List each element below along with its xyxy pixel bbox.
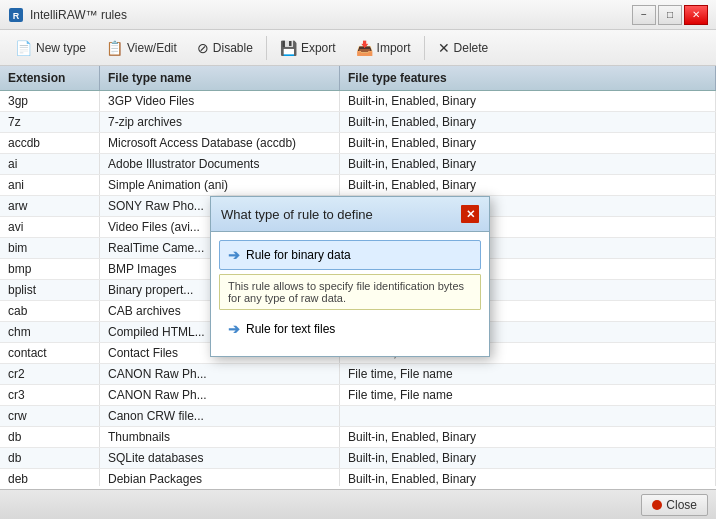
delete-button[interactable]: ✕ Delete [429,36,498,60]
modal-overlay: What type of rule to define ✕ ➔ Rule for… [0,66,716,489]
disable-button[interactable]: ⊘ Disable [188,36,262,60]
modal-dialog: What type of rule to define ✕ ➔ Rule for… [210,196,490,357]
toolbar: 📄 New type 📋 View/Edit ⊘ Disable 💾 Expor… [0,30,716,66]
window-title: IntelliRAW™ rules [30,8,127,22]
modal-body: ➔ Rule for binary data This rule allows … [211,232,489,356]
title-bar: R IntelliRAW™ rules − □ ✕ [0,0,716,30]
window-close-button[interactable]: ✕ [684,5,708,25]
separator-2 [424,36,425,60]
red-dot-icon [652,500,662,510]
rule-binary-option[interactable]: ➔ Rule for binary data [219,240,481,270]
table-container: Extension File type name File type featu… [0,66,716,489]
close-status-label: Close [666,498,697,512]
delete-label: Delete [454,41,489,55]
new-type-label: New type [36,41,86,55]
rule-binary-label: Rule for binary data [246,248,351,262]
import-icon: 📥 [356,40,373,56]
modal-title: What type of rule to define [221,207,373,222]
export-icon: 💾 [280,40,297,56]
maximize-button[interactable]: □ [658,5,682,25]
delete-icon: ✕ [438,40,450,56]
modal-close-button[interactable]: ✕ [461,205,479,223]
new-type-button[interactable]: 📄 New type [6,36,95,60]
export-button[interactable]: 💾 Export [271,36,345,60]
arrow-icon-text: ➔ [228,321,240,337]
window-controls: − □ ✕ [632,5,708,25]
status-bar: Close [0,489,716,519]
close-status-button[interactable]: Close [641,494,708,516]
disable-label: Disable [213,41,253,55]
export-label: Export [301,41,336,55]
import-button[interactable]: 📥 Import [347,36,420,60]
rule-text-label: Rule for text files [246,322,335,336]
minimize-button[interactable]: − [632,5,656,25]
modal-hint: This rule allows to specify file identif… [219,274,481,310]
modal-header: What type of rule to define ✕ [211,197,489,232]
rule-text-option[interactable]: ➔ Rule for text files [219,314,481,344]
separator-1 [266,36,267,60]
app-icon: R [8,7,24,23]
arrow-icon-binary: ➔ [228,247,240,263]
view-edit-label: View/Edit [127,41,177,55]
disable-icon: ⊘ [197,40,209,56]
svg-text:R: R [13,11,20,21]
import-label: Import [377,41,411,55]
new-type-icon: 📄 [15,40,32,56]
view-edit-icon: 📋 [106,40,123,56]
view-edit-button[interactable]: 📋 View/Edit [97,36,186,60]
